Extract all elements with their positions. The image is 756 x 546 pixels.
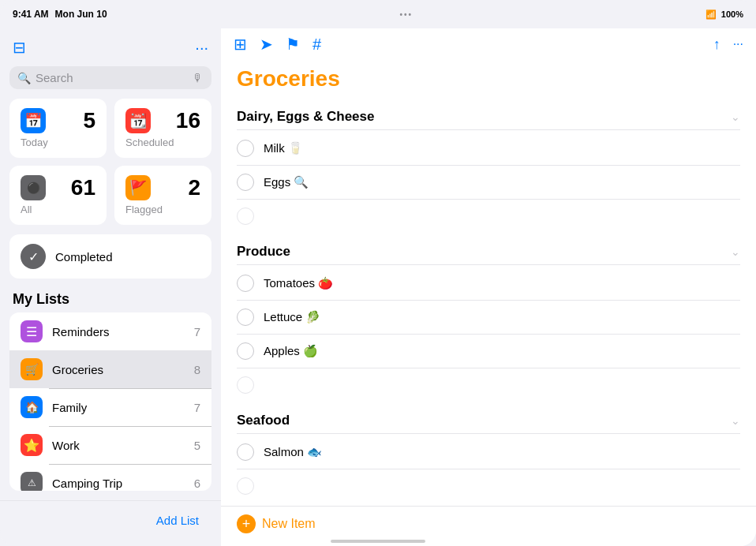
item-tomatoes[interactable]: Tomatoes 🍅 — [237, 267, 740, 301]
item-milk[interactable]: Milk 🥛 — [237, 132, 740, 166]
toolbar-flag-icon[interactable]: ⚑ — [286, 35, 300, 54]
work-count: 5 — [194, 439, 200, 452]
reminders-count: 7 — [194, 325, 200, 338]
completed-label: Completed — [55, 250, 113, 264]
work-icon: ⭐ — [21, 434, 43, 456]
chevron-seafood[interactable]: ⌄ — [731, 414, 740, 427]
status-bar-left: 9:41 AM Mon Jun 10 — [13, 9, 107, 20]
bottom-bar: + New Item — [221, 506, 756, 546]
flagged-count: 2 — [188, 177, 200, 199]
item-circle-empty-produce — [237, 376, 254, 394]
item-circle-lettuce[interactable] — [237, 309, 254, 326]
status-bar-right: 📶 100% — [705, 9, 743, 20]
home-indicator — [331, 540, 425, 543]
toolbar-more-icon[interactable]: ··· — [733, 37, 743, 51]
list-item-reminders[interactable]: ☰ Reminders 7 — [9, 312, 211, 350]
flagged-icon: 🚩 — [125, 175, 151, 200]
smart-list-scheduled[interactable]: 📆 16 Scheduled — [114, 99, 211, 158]
new-item-label: New Item — [262, 517, 316, 531]
toolbar-right: ↑ ··· — [713, 36, 743, 53]
completed-card[interactable]: ✓ Completed — [9, 234, 211, 279]
item-text-eggs: Eggs 🔍 — [264, 175, 309, 189]
work-name: Work — [52, 439, 185, 452]
camping-count: 6 — [194, 477, 200, 490]
section-header-dairy: Dairy, Eggs & Cheese ⌄ — [237, 104, 740, 130]
toolbar-grid-icon[interactable]: ⊞ — [234, 35, 247, 54]
sidebar-more-icon[interactable]: ··· — [195, 39, 208, 57]
all-icon: ⚫ — [21, 175, 46, 200]
item-circle-empty-dairy — [237, 208, 254, 225]
groceries-icon: 🛒 — [21, 358, 43, 380]
item-text-milk: Milk 🥛 — [264, 141, 303, 155]
toolbar-location-icon[interactable]: ➤ — [260, 35, 273, 54]
section-header-produce: Produce ⌄ — [237, 239, 740, 265]
add-list-row: Add List — [0, 500, 221, 540]
toolbar-tag-icon[interactable]: # — [313, 36, 321, 54]
completed-icon: ✓ — [21, 244, 46, 269]
battery: 100% — [721, 9, 743, 19]
all-label: All — [21, 204, 95, 215]
date: Mon Jun 10 — [55, 9, 107, 20]
groceries-count: 8 — [194, 363, 200, 376]
scheduled-icon: 📆 — [125, 108, 151, 133]
item-circle-eggs[interactable] — [237, 174, 254, 191]
today-icon: 📅 — [21, 108, 46, 133]
item-circle-salmon[interactable] — [237, 443, 254, 461]
search-bar[interactable]: 🔍 🎙 — [9, 66, 211, 89]
add-list-button[interactable]: Add List — [144, 507, 211, 533]
item-salmon[interactable]: Salmon 🐟 — [237, 436, 740, 469]
section-seafood: Seafood ⌄ Salmon 🐟 — [237, 408, 740, 503]
toolbar-share-icon[interactable]: ↑ — [713, 36, 720, 53]
section-dairy: Dairy, Eggs & Cheese ⌄ Milk 🥛 Eggs 🔍 — [237, 104, 740, 233]
family-count: 7 — [194, 401, 200, 414]
my-lists-title: My Lists — [0, 291, 221, 312]
list-item-camping[interactable]: ⚠ Camping Trip 6 — [9, 464, 211, 491]
camping-icon: ⚠ — [21, 472, 43, 491]
item-circle-empty-seafood — [237, 477, 254, 495]
list-item-work[interactable]: ⭐ Work 5 — [9, 426, 211, 464]
family-icon: 🏠 — [21, 396, 43, 418]
item-lettuce[interactable]: Lettuce 🥬 — [237, 301, 740, 335]
sidebar: ⊟ ··· 🔍 🎙 📅 5 Today 📆 16 — [0, 28, 221, 546]
lists-container: ☰ Reminders 7 🛒 Groceries 8 🏠 Family 7 ⭐… — [9, 312, 211, 491]
today-label: Today — [21, 136, 95, 148]
item-text-tomatoes: Tomatoes 🍅 — [264, 276, 333, 290]
search-input[interactable] — [36, 71, 188, 84]
item-apples[interactable]: Apples 🍏 — [237, 335, 740, 368]
wifi-icon: 📶 — [705, 9, 717, 20]
item-empty-seafood[interactable] — [237, 469, 740, 503]
item-text-apples: Apples 🍏 — [264, 344, 318, 358]
item-circle-milk[interactable] — [237, 140, 254, 157]
search-icon: 🔍 — [17, 72, 31, 84]
item-empty-produce[interactable] — [237, 368, 740, 402]
family-name: Family — [52, 401, 185, 414]
smart-list-all[interactable]: ⚫ 61 All — [9, 166, 107, 225]
toolbar: ⊞ ➤ ⚑ # ↑ ··· — [221, 28, 756, 60]
today-count: 5 — [83, 110, 95, 132]
smart-list-flagged[interactable]: 🚩 2 Flagged — [114, 166, 211, 225]
list-item-groceries[interactable]: 🛒 Groceries 8 — [9, 350, 211, 388]
smart-lists-grid: 📅 5 Today 📆 16 Scheduled ⚫ 61 All — [0, 99, 221, 234]
center-dots: ••• — [399, 10, 413, 19]
chevron-dairy[interactable]: ⌄ — [731, 110, 740, 123]
flagged-label: Flagged — [125, 204, 200, 215]
item-text-salmon: Salmon 🐟 — [264, 445, 322, 459]
item-circle-tomatoes[interactable] — [237, 275, 254, 292]
smart-list-today[interactable]: 📅 5 Today — [9, 99, 107, 158]
status-bar: 9:41 AM Mon Jun 10 ••• 📶 100% — [0, 0, 756, 28]
all-count: 61 — [71, 177, 95, 199]
chevron-produce[interactable]: ⌄ — [731, 245, 740, 258]
plus-circle-icon: + — [237, 514, 256, 533]
scheduled-count: 16 — [176, 110, 200, 132]
item-eggs[interactable]: Eggs 🔍 — [237, 166, 740, 200]
new-item-button[interactable]: + New Item — [237, 514, 316, 533]
item-circle-apples[interactable] — [237, 342, 254, 360]
microphone-icon[interactable]: 🎙 — [193, 72, 204, 84]
sidebar-toggle-icon[interactable]: ⊟ — [13, 38, 26, 57]
status-bar-center: ••• — [399, 10, 413, 19]
item-empty-dairy[interactable] — [237, 200, 740, 233]
list-item-family[interactable]: 🏠 Family 7 — [9, 388, 211, 426]
scheduled-label: Scheduled — [125, 136, 200, 148]
time: 9:41 AM — [13, 9, 49, 20]
section-name-dairy: Dairy, Eggs & Cheese — [237, 109, 374, 125]
